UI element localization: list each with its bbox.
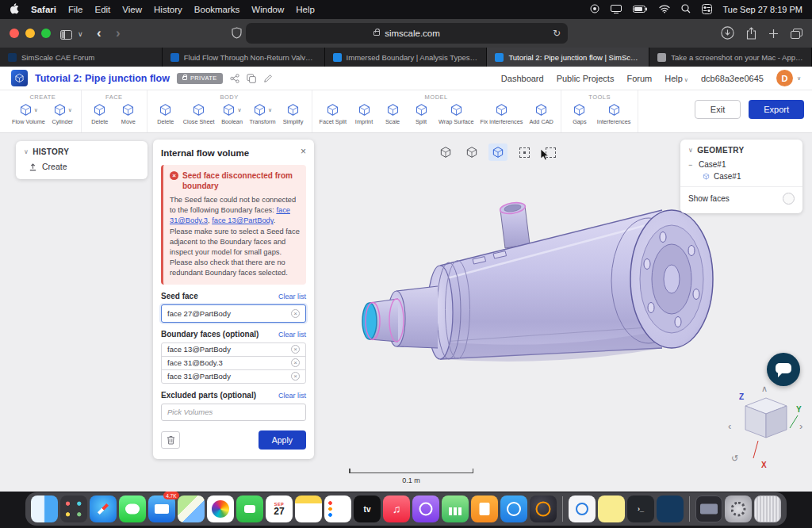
nav-public-projects[interactable]: Public Projects <box>557 74 615 83</box>
tool-face-delete[interactable]: Delete <box>86 101 114 126</box>
navigation-cube[interactable]: ∧ ‹ › ↺ Z Y X <box>726 382 806 471</box>
simscale-logo[interactable] <box>11 70 28 86</box>
show-faces-toggle[interactable] <box>783 193 795 205</box>
dock-reminders[interactable] <box>324 495 351 522</box>
tool-gaps[interactable]: Gaps <box>565 101 594 126</box>
rotate-ccw-icon[interactable]: ↺ <box>731 453 738 463</box>
boundary-face-row[interactable]: face 13@PartBody <box>161 342 306 357</box>
copy-project-icon[interactable] <box>247 74 256 83</box>
remove-boundary-face-icon[interactable] <box>291 358 300 367</box>
control-center-icon[interactable] <box>702 4 712 16</box>
excluded-parts-input[interactable] <box>161 404 306 421</box>
menu-window[interactable]: Window <box>251 5 284 14</box>
boundary-face-row[interactable]: face 31@Body.3 <box>161 356 306 370</box>
privacy-shield-icon[interactable] <box>232 27 242 43</box>
dock-trash[interactable] <box>754 495 781 522</box>
geometry-header[interactable]: ∨ GEOMETRY <box>680 140 802 159</box>
geometry-tree-case1[interactable]: − Case#1 <box>680 159 802 170</box>
fit-view-icon[interactable] <box>462 143 481 161</box>
tab-take-screenshot[interactable]: Take a screenshot on your Mac - Apple S.… <box>649 48 812 67</box>
axis-z-label[interactable]: Z <box>739 392 744 401</box>
dock-preview[interactable] <box>569 495 596 522</box>
tab-overview-icon[interactable] <box>791 28 802 42</box>
menu-bookmarks[interactable]: Bookmarks <box>194 5 240 14</box>
address-bar[interactable]: simscale.com ↻ <box>246 23 568 44</box>
tab-non-return-valve[interactable]: Fluid Flow Through Non-Return Valve | Tu… <box>163 48 325 67</box>
dock-finder[interactable] <box>31 495 58 522</box>
tool-facet-split[interactable]: Facet Split <box>316 101 350 126</box>
dock-photos[interactable] <box>207 495 234 522</box>
menu-file[interactable]: File <box>68 5 83 14</box>
tab-simscale-forum[interactable]: SimScale CAE Forum <box>0 48 163 67</box>
new-tab-icon[interactable] <box>768 28 779 42</box>
share-project-icon[interactable] <box>230 74 239 83</box>
dock-code-editor[interactable] <box>657 495 684 522</box>
nav-forum[interactable]: Forum <box>626 74 652 83</box>
cad-model-pipe-junction[interactable] <box>317 170 730 400</box>
menu-history[interactable]: History <box>154 5 182 14</box>
dock-calendar[interactable]: SEP27 <box>266 495 293 522</box>
tool-fix-interferences[interactable]: Fix interferences <box>477 101 527 126</box>
back-button[interactable]: ‹ <box>97 26 102 40</box>
viewport[interactable]: ∨ HISTORY Create Internal flow volume Se… <box>0 133 812 492</box>
dock-app-store[interactable] <box>500 495 527 522</box>
collapse-icon[interactable]: − <box>688 161 695 169</box>
display-icon[interactable] <box>611 5 622 15</box>
share-icon[interactable] <box>746 27 756 43</box>
remove-seed-face-icon[interactable] <box>291 309 300 318</box>
tool-close-sheet[interactable]: Close Sheet <box>180 101 218 126</box>
dock-numbers[interactable] <box>442 495 469 522</box>
dock-safari[interactable] <box>90 495 117 522</box>
dock-maps[interactable] <box>178 495 205 522</box>
axis-x-label[interactable]: X <box>761 461 767 469</box>
dock-messages[interactable] <box>119 495 146 522</box>
tool-boolean[interactable]: ∨Boolean <box>218 101 247 126</box>
minimize-window-button[interactable] <box>25 29 35 38</box>
wifi-icon[interactable] <box>659 5 670 15</box>
menubar-clock[interactable]: Tue Sep 27 8:19 PM <box>723 5 803 14</box>
excluded-parts-clear-link[interactable]: Clear list <box>278 392 306 400</box>
boundary-faces-clear-link[interactable]: Clear list <box>278 331 306 339</box>
dock-podcasts[interactable] <box>412 495 439 522</box>
menu-view[interactable]: View <box>122 5 142 14</box>
history-header[interactable]: ∨ HISTORY <box>16 141 147 160</box>
tool-body-delete[interactable]: Delete <box>151 101 180 126</box>
sidebar-chevron-icon[interactable]: ∨ <box>78 30 83 38</box>
apply-button[interactable]: Apply <box>259 430 306 450</box>
tool-imprint[interactable]: Imprint <box>350 101 378 126</box>
dock-pages[interactable] <box>471 495 498 522</box>
user-id[interactable]: dcb68a3ee0645 <box>701 74 764 83</box>
seed-face-input[interactable]: face 27@PartBody <box>161 304 306 323</box>
dock-terminal[interactable] <box>627 495 654 522</box>
tool-add-cad[interactable]: Add CAD <box>526 101 556 126</box>
spotlight-icon[interactable] <box>681 4 691 15</box>
history-item-create[interactable]: Create <box>16 160 147 173</box>
battery-icon[interactable] <box>633 5 648 14</box>
dock-music[interactable] <box>383 495 410 522</box>
dock-launchpad[interactable] <box>60 495 87 522</box>
apple-logo-icon[interactable] <box>10 3 19 16</box>
tool-cylinder[interactable]: ∨Cylinder <box>48 101 77 126</box>
tab-tutorial-2-active[interactable]: Tutorial 2: Pipe junction flow | SimScal… <box>487 48 649 67</box>
sidebar-toggle-icon[interactable] <box>60 29 72 43</box>
tool-simplify[interactable]: Simplify <box>279 101 308 126</box>
for​ward-button[interactable]: › <box>116 26 121 40</box>
tool-split[interactable]: Split <box>407 101 435 126</box>
select-body-icon[interactable] <box>488 143 508 161</box>
close-window-button[interactable] <box>10 29 19 38</box>
screen-record-icon[interactable] <box>590 4 599 15</box>
dock-facetime[interactable] <box>236 495 263 522</box>
menu-help[interactable]: Help <box>296 5 315 14</box>
dock-firefox[interactable] <box>530 495 557 522</box>
rotate-left-icon[interactable]: ‹ <box>728 420 731 432</box>
rotate-right-icon[interactable]: › <box>799 420 802 432</box>
axis-y-label[interactable]: Y <box>796 405 802 414</box>
rotate-up-icon[interactable]: ∧ <box>761 384 768 393</box>
tool-scale[interactable]: Scale <box>378 101 407 126</box>
nav-dashboard[interactable]: Dashboard <box>501 74 544 83</box>
tool-face-move[interactable]: Move <box>114 101 143 126</box>
delete-operation-button[interactable] <box>161 431 180 449</box>
close-dialog-button[interactable] <box>301 147 306 156</box>
dock-screenshot-preview[interactable] <box>695 495 722 522</box>
downloads-icon[interactable] <box>721 26 734 43</box>
